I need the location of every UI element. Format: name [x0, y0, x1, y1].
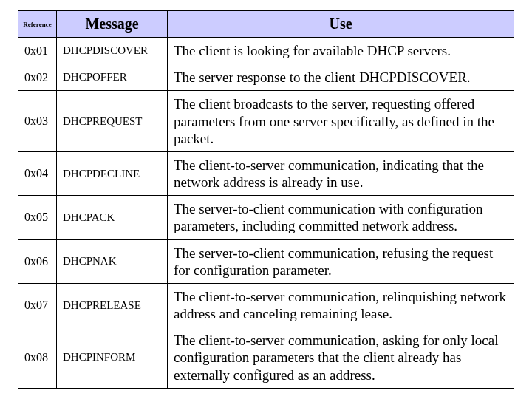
cell-message: DHCPINFORM — [57, 327, 168, 389]
cell-reference: 0x07 — [18, 283, 57, 327]
cell-use: The server-to-client communication, refu… — [168, 239, 514, 283]
table-row: 0x05 DHCPACK The server-to-client commun… — [18, 196, 514, 239]
cell-message: DHCPDISCOVER — [57, 38, 168, 64]
table-row: 0x01 DHCPDISCOVER The client is looking … — [18, 38, 514, 64]
table-header-row: Reference Message Use — [18, 11, 514, 38]
cell-reference: 0x03 — [18, 91, 57, 152]
cell-use: The server-to-client communication with … — [168, 196, 514, 239]
col-header-message: Message — [57, 11, 168, 38]
table-row: 0x03 DHCPREQUEST The client broadcasts t… — [18, 91, 514, 152]
dhcp-message-table: Reference Message Use 0x01 DHCPDISCOVER … — [18, 10, 514, 389]
dhcp-table-container: Reference Message Use 0x01 DHCPDISCOVER … — [0, 0, 532, 389]
cell-use: The client-to-server communication, reli… — [168, 283, 514, 327]
cell-reference: 0x02 — [18, 64, 57, 91]
cell-reference: 0x01 — [18, 38, 57, 64]
table-row: 0x04 DHCPDECLINE The client-to-server co… — [18, 151, 514, 195]
table-row: 0x06 DHCPNAK The server-to-client commun… — [18, 239, 514, 283]
cell-reference: 0x05 — [18, 196, 57, 239]
cell-message: DHCPRELEASE — [57, 283, 168, 327]
cell-message: DHCPDECLINE — [57, 151, 168, 195]
cell-message: DHCPOFFER — [57, 64, 168, 91]
cell-use: The server response to the client DHCPDI… — [168, 64, 514, 91]
table-row: 0x08 DHCPINFORM The client-to-server com… — [18, 327, 514, 389]
cell-reference: 0x08 — [18, 327, 57, 389]
cell-reference: 0x04 — [18, 151, 57, 195]
cell-message: DHCPREQUEST — [57, 91, 168, 152]
col-header-use: Use — [168, 11, 514, 38]
col-header-reference: Reference — [18, 11, 57, 38]
cell-message: DHCPACK — [57, 196, 168, 239]
cell-reference: 0x06 — [18, 239, 57, 283]
cell-message: DHCPNAK — [57, 239, 168, 283]
cell-use: The client-to-server communication, indi… — [168, 151, 514, 195]
table-row: 0x07 DHCPRELEASE The client-to-server co… — [18, 283, 514, 327]
cell-use: The client-to-server communication, aski… — [168, 327, 514, 389]
cell-use: The client is looking for available DHCP… — [168, 38, 514, 64]
table-row: 0x02 DHCPOFFER The server response to th… — [18, 64, 514, 91]
cell-use: The client broadcasts to the server, req… — [168, 91, 514, 152]
